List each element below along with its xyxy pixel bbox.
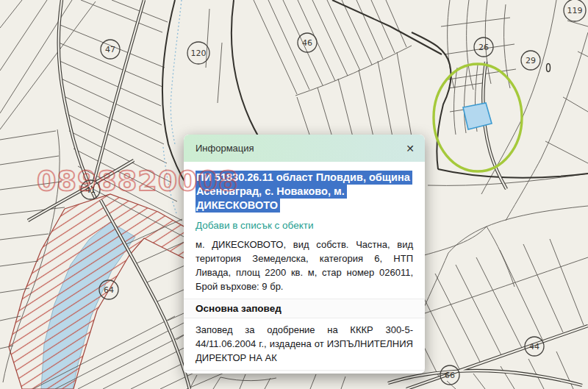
close-icon[interactable]: ✕ [406,143,415,154]
svg-text:44: 44 [529,342,539,351]
svg-text:119: 119 [567,6,583,15]
cadastral-map-viewer: 4712046262911941644466 0898820008 Информ… [0,0,588,389]
svg-text:29: 29 [526,56,536,65]
add-to-list-link[interactable]: Добави в списък с обекти [196,220,313,231]
parcel-description: м. ДИКЕСКОВОТО, вид собств. Частна, вид … [196,238,413,293]
section-heading-neighbors: Съседи [184,370,425,374]
svg-text:64: 64 [104,285,114,295]
svg-text:66: 66 [445,371,455,380]
section-text-main-order: Заповед за одобрение на КККР 300-5-44/11… [196,323,413,365]
popup-body: ПИ 51830.26.11 област Пловдив, община Ас… [184,162,425,374]
svg-text:120: 120 [191,49,207,58]
parcel-identifier-selected-text[interactable]: ПИ 51830.26.11 област Пловдив, община Ас… [196,171,412,213]
section-heading-main-order: Основна заповед [184,299,425,318]
popup-title: Информация [196,143,254,154]
svg-text:47: 47 [105,45,115,54]
popup-header: Информация ✕ [184,135,425,162]
info-popup: Информация ✕ ПИ 51830.26.11 област Пловд… [184,135,425,374]
svg-text:46: 46 [302,38,312,48]
svg-text:26: 26 [478,43,489,52]
svg-text:41: 41 [85,185,96,195]
